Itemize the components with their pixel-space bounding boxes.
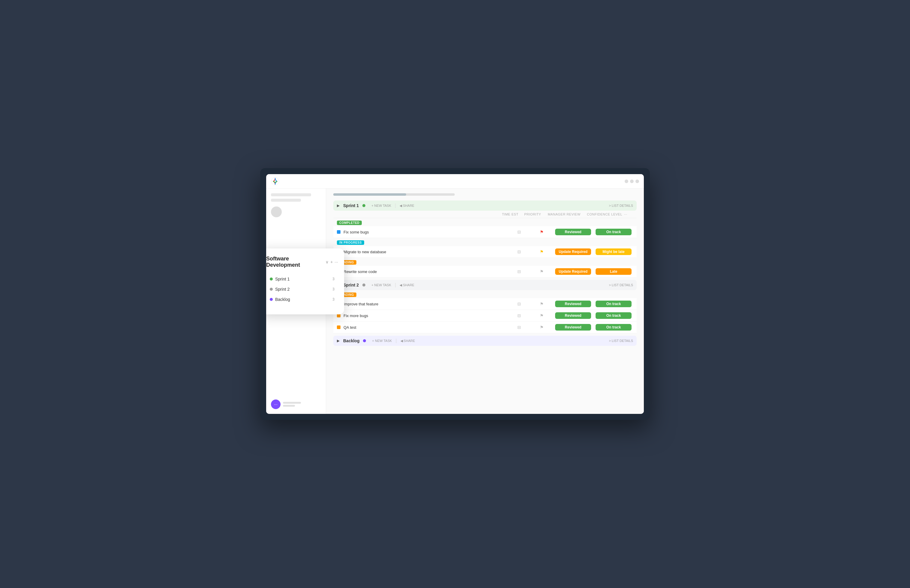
review-badge-fix-bugs: Reviewed <box>555 229 591 235</box>
task-row-rewrite-code[interactable]: Rewrite some code ⊟ ⚑ Update Required La… <box>333 266 637 278</box>
sidebar-item-sprint2-label: Sprint 2 <box>275 287 330 292</box>
skeleton-line-2 <box>271 199 301 202</box>
sidebar-item-backlog-count: 3 <box>332 297 335 302</box>
task-review-fix-more-bugs: Reviewed <box>552 312 594 319</box>
task-priority-migrate-db: ⚑ <box>531 249 552 254</box>
task-time-rewrite-code: ⊟ <box>507 269 531 274</box>
sprint2-divider: | <box>395 282 396 288</box>
th-confidence: CONFIDENCE LEVEL <box>585 213 624 216</box>
sidebar-item-sprint1-label: Sprint 1 <box>275 276 330 281</box>
app-logo <box>271 177 280 186</box>
more-options-icon[interactable]: ··· <box>335 260 338 264</box>
task-review-fix-bugs: Reviewed <box>552 229 594 235</box>
sidebar-item-sprint1-count: 3 <box>332 277 335 281</box>
backlog-share-btn[interactable]: ◀ SHARE <box>401 339 415 343</box>
task-review-improve-feature: Reviewed <box>552 300 594 307</box>
main-layout: Software Development ∨ + ··· Sprint 1 3 <box>266 189 644 414</box>
task-row-improve-feature[interactable]: Improve that feature ⊟ ⚑ Reviewed On tra… <box>333 298 637 310</box>
review-badge-rewrite-code: Update Required <box>555 268 591 275</box>
sprint1-list-details[interactable]: > LIST DETAILS <box>609 204 633 207</box>
task-priority-fix-bugs: ⚑ <box>531 229 552 235</box>
task-name-qa-test: QA test <box>344 325 507 330</box>
sidebar-item-backlog-label: Backlog <box>275 297 330 302</box>
sprint1-header[interactable]: ▶ Sprint 1 + NEW TASK | ◀ SHARE > LIST D… <box>333 200 637 211</box>
sprint1-status-dot <box>362 204 365 207</box>
app-window: Software Development ∨ + ··· Sprint 1 3 <box>266 174 644 414</box>
task-time-migrate-db: ⊟ <box>507 249 531 254</box>
bottom-line-1 <box>283 402 301 404</box>
backlog-chevron-icon: ▶ <box>337 339 339 343</box>
sprint1-share-btn[interactable]: ◀ SHARE <box>399 204 414 208</box>
sprint-section-sprint1: ▶ Sprint 1 + NEW TASK | ◀ SHARE > LIST D… <box>333 200 637 278</box>
th-review: MANAGER REVIEW <box>543 213 585 216</box>
task-row-qa-test[interactable]: QA test ⊟ ⚑ Reviewed On track <box>333 321 637 333</box>
project-title: Software Development <box>266 256 323 268</box>
backlog-divider: | <box>395 338 396 344</box>
window-controls <box>625 179 639 183</box>
task-review-qa-test: Reviewed <box>552 324 594 331</box>
sprint2-new-task-btn[interactable]: + NEW TASK <box>372 283 391 287</box>
sidebar-bottom: ··· <box>271 399 301 409</box>
sprint-section-backlog: ▶ Backlog + NEW TASK | ◀ SHARE > LIST DE… <box>333 336 637 346</box>
backlog-dot <box>270 298 273 301</box>
collapse-icon[interactable]: ∨ <box>325 260 328 264</box>
progress-bar-fill <box>333 193 406 196</box>
badge-completed: COMPLETED <box>337 221 362 225</box>
sidebar-avatar <box>271 207 282 217</box>
time-icon-migrate-db: ⊟ <box>517 249 521 254</box>
review-badge-improve-feature: Reviewed <box>555 300 591 307</box>
sprint1-new-task-btn[interactable]: + NEW TASK <box>372 204 391 207</box>
screen-wrapper: Software Development ∨ + ··· Sprint 1 3 <box>260 168 650 420</box>
task-confidence-improve-feature: On track <box>594 300 633 307</box>
sidebar-item-sprint2[interactable]: Sprint 2 3 <box>266 284 338 294</box>
sprint1-chevron-icon: ▶ <box>337 204 339 208</box>
review-badge-migrate-db: Update Required <box>555 249 591 255</box>
task-review-rewrite-code: Update Required <box>552 268 594 275</box>
sidebar-item-sprint1[interactable]: Sprint 1 3 <box>266 274 338 284</box>
confidence-badge-improve-feature: On track <box>596 300 632 307</box>
sprint2-status-dot <box>362 284 365 286</box>
backlog-new-task-btn[interactable]: + NEW TASK <box>372 339 392 342</box>
review-badge-fix-more-bugs: Reviewed <box>555 312 591 319</box>
task-time-improve-feature: ⊟ <box>507 301 531 307</box>
task-row-migrate-db[interactable]: Migrate to new database ⊟ ⚑ Update Requi… <box>333 246 637 258</box>
task-name-improve-feature: Improve that feature <box>344 302 507 306</box>
task-name-fix-bugs: Fix some bugs <box>344 230 507 234</box>
sidebar-item-backlog[interactable]: Backlog 3 <box>266 295 338 304</box>
sidebar-bottom-lines <box>283 402 301 407</box>
task-time-fix-bugs: ⊟ <box>507 229 531 235</box>
backlog-name: Backlog <box>343 338 359 343</box>
task-icon-fix-bugs <box>337 230 341 234</box>
task-priority-qa-test: ⚑ <box>531 325 552 330</box>
review-badge-qa-test: Reviewed <box>555 324 591 331</box>
backlog-list-details[interactable]: > LIST DETAILS <box>609 339 633 342</box>
time-icon-improve-feature: ⊟ <box>517 302 521 306</box>
time-icon-qa-test: ⊟ <box>517 325 521 330</box>
th-more: ··· <box>624 213 633 216</box>
task-confidence-fix-more-bugs: On track <box>594 312 633 319</box>
task-row-fix-bugs[interactable]: Fix some bugs ⊟ ⚑ Reviewed On track <box>333 226 637 238</box>
bottom-line-2 <box>283 405 295 407</box>
task-name-fix-more-bugs: Fix more bugs <box>344 313 507 318</box>
sprint2-header[interactable]: ▶ Sprint 2 + NEW TASK | ◀ SHARE > LIST D… <box>333 280 637 290</box>
window-btn-minimize[interactable] <box>625 179 628 183</box>
chat-bubble[interactable]: ··· <box>271 399 281 409</box>
progress-bar-container <box>333 193 455 196</box>
task-name-rewrite-code: Rewrite some code <box>344 270 507 274</box>
content-area[interactable]: ▶ Sprint 1 + NEW TASK | ◀ SHARE > LIST D… <box>326 189 644 414</box>
add-sprint-icon[interactable]: + <box>330 260 333 264</box>
th-time: TIME EST <box>498 213 522 216</box>
task-row-fix-more-bugs[interactable]: Fix more bugs ⊟ ⚑ Reviewed On track <box>333 310 637 321</box>
sprint2-share-btn[interactable]: ◀ SHARE <box>399 283 414 287</box>
flag-icon-fix-more-bugs: ⚑ <box>540 313 544 318</box>
window-btn-maximize[interactable] <box>630 179 634 183</box>
sidebar-skeleton <box>266 193 326 202</box>
sprint1-actions: + NEW TASK | ◀ SHARE <box>372 203 414 208</box>
time-icon-fix-bugs: ⊟ <box>517 229 521 234</box>
window-btn-close[interactable] <box>635 179 639 183</box>
sprint2-list-details[interactable]: > LIST DETAILS <box>609 283 633 287</box>
sidebar-item-sprint2-count: 3 <box>332 287 335 291</box>
top-bar <box>266 174 644 189</box>
backlog-header[interactable]: ▶ Backlog + NEW TASK | ◀ SHARE > LIST DE… <box>333 336 637 346</box>
project-title-row: Software Development ∨ + ··· <box>266 256 338 268</box>
